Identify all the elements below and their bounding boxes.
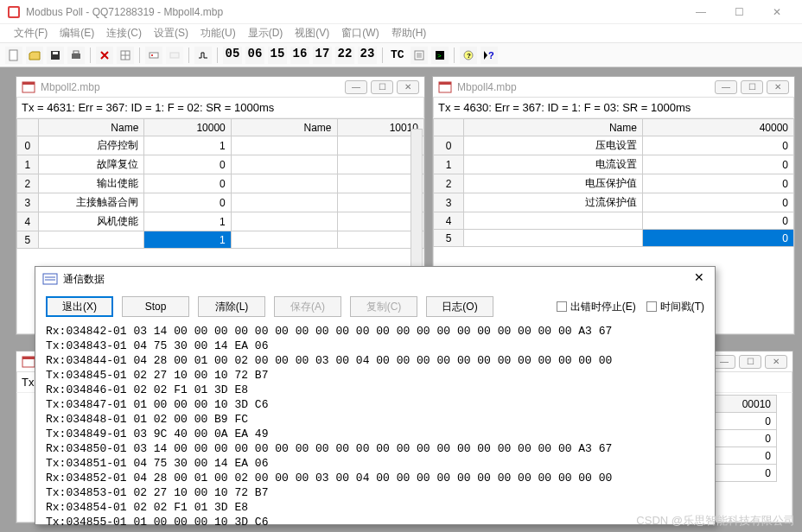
save-button[interactable]: [47, 47, 64, 64]
svg-rect-22: [439, 82, 451, 85]
about-button[interactable]: ?: [460, 47, 477, 64]
svg-point-11: [151, 54, 153, 56]
log-button[interactable]: 日志(O): [426, 296, 493, 317]
mdi-max-button[interactable]: ☐: [741, 80, 763, 94]
svg-rect-6: [73, 51, 79, 54]
traffic-log[interactable]: Rx:034842-01 03 14 00 00 00 00 00 00 00 …: [35, 322, 715, 532]
close-button[interactable]: ✕: [759, 2, 795, 22]
disconnect-button[interactable]: [166, 47, 183, 64]
grid-button[interactable]: [117, 47, 134, 64]
pulse-button[interactable]: [194, 47, 212, 64]
window-title: Modbus Poll - QQ71288319 - Mbpoll4.mbp: [26, 6, 683, 18]
fc-05-button[interactable]: 05: [223, 47, 242, 64]
help-button[interactable]: ?: [481, 47, 498, 64]
traffic-button[interactable]: [411, 47, 428, 64]
svg-rect-24: [22, 357, 35, 359]
terminal-button[interactable]: >: [431, 47, 449, 64]
svg-rect-10: [150, 53, 158, 58]
maximize-button[interactable]: ☐: [721, 2, 757, 22]
svg-text:?: ?: [467, 52, 471, 60]
menu-view[interactable]: 视图(V): [290, 24, 334, 42]
menu-edit[interactable]: 编辑(E): [54, 24, 99, 42]
traffic-icon: [42, 272, 58, 286]
mdi-close-button[interactable]: ✕: [397, 80, 419, 94]
mdi-close-button[interactable]: ✕: [767, 80, 789, 94]
doc-icon: [22, 81, 35, 93]
mdi-min-button[interactable]: —: [715, 80, 737, 94]
doc-icon: [22, 356, 35, 368]
svg-rect-5: [72, 54, 80, 59]
print-button[interactable]: [67, 47, 85, 64]
status-line: Tx = 4631: Err = 367: ID = 1: F = 02: SR…: [16, 98, 424, 118]
traffic-dialog: 通信数据 ✕ 退出(X) Stop 清除(L) 保存(A) 复制(C) 日志(O…: [35, 266, 716, 525]
scrollbar[interactable]: [411, 129, 423, 284]
copy-button[interactable]: 复制(C): [350, 296, 417, 317]
fc-17-button[interactable]: 17: [313, 47, 332, 64]
tc-button[interactable]: TC: [388, 48, 407, 61]
connect-button[interactable]: [145, 47, 162, 64]
menu-display[interactable]: 显示(D): [243, 24, 289, 42]
svg-rect-1: [10, 8, 18, 16]
svg-text:>: >: [437, 52, 442, 60]
exit-button[interactable]: 退出(X): [46, 296, 113, 317]
mdi-max-button[interactable]: ☐: [739, 355, 761, 369]
svg-rect-12: [170, 53, 179, 58]
timestamp-label: 时间戳(T): [660, 300, 704, 314]
new-button[interactable]: [5, 47, 22, 64]
menu-settings[interactable]: 设置(S): [149, 24, 194, 42]
fc-15-button[interactable]: 15: [268, 47, 287, 64]
menu-window[interactable]: 窗口(W): [336, 24, 384, 42]
menu-file[interactable]: 文件(F): [9, 24, 53, 42]
svg-text:?: ?: [488, 50, 494, 60]
mdi-min-button[interactable]: —: [345, 80, 367, 94]
svg-rect-2: [10, 50, 17, 60]
data-grid[interactable]: Name 10000 Name 10010 0启停控制101故障复位002输出使…: [16, 118, 424, 249]
fc-23-button[interactable]: 23: [358, 47, 377, 64]
dialog-close-button[interactable]: ✕: [691, 270, 708, 288]
mdi-close-button[interactable]: ✕: [765, 355, 787, 369]
fc-16-button[interactable]: 16: [290, 47, 309, 64]
mdi-title: Mbpoll4.mbp: [457, 81, 715, 93]
dialog-title: 通信数据: [63, 272, 691, 287]
menu-bar: 文件(F) 编辑(E) 连接(C) 设置(S) 功能(U) 显示(D) 视图(V…: [0, 24, 802, 43]
open-button[interactable]: [26, 47, 43, 64]
doc-icon: [438, 81, 452, 93]
menu-function[interactable]: 功能(U): [195, 24, 241, 42]
delete-button[interactable]: [96, 47, 113, 64]
stop-on-error-checkbox[interactable]: [557, 301, 567, 312]
toolbar: 05 06 15 16 17 22 23 TC > ? ?: [0, 43, 802, 67]
fc-22-button[interactable]: 22: [335, 47, 354, 64]
timestamp-checkbox[interactable]: [646, 301, 657, 312]
stop-on-error-label: 出错时停止(E): [570, 300, 636, 314]
stop-button[interactable]: Stop: [122, 296, 189, 317]
status-line: Tx = 4630: Err = 367: ID = 1: F = 03: SR…: [433, 98, 794, 118]
fc-06-button[interactable]: 06: [245, 47, 264, 64]
app-icon: [7, 5, 21, 19]
svg-rect-25: [43, 274, 57, 284]
title-bar: Modbus Poll - QQ71288319 - Mbpoll4.mbp —…: [0, 0, 802, 24]
mdi-max-button[interactable]: ☐: [371, 80, 393, 94]
menu-help[interactable]: 帮助(H): [386, 24, 432, 42]
data-grid[interactable]: Name 40000 0压电设置01电流设置02电压保护值03过流保护值0405…: [433, 118, 794, 247]
minimize-button[interactable]: —: [683, 2, 719, 22]
svg-rect-4: [53, 52, 58, 54]
mdi-title: Mbpoll2.mbp: [41, 81, 345, 93]
svg-rect-20: [22, 82, 35, 85]
menu-connect[interactable]: 连接(C): [101, 24, 147, 42]
save-button[interactable]: 保存(A): [274, 296, 341, 317]
mdi-min-button[interactable]: —: [713, 355, 735, 369]
watermark: CSDN @乐思智能科技有限公司: [636, 513, 795, 529]
clear-button[interactable]: 清除(L): [198, 296, 265, 317]
